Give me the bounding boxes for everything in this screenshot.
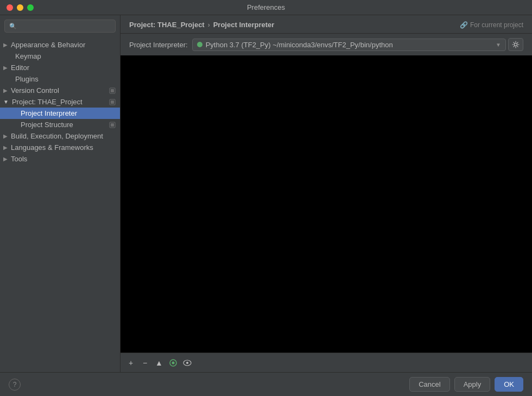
- vcs-icon: [109, 99, 116, 105]
- sidebar-item-label: Languages & Frameworks: [11, 143, 93, 152]
- interpreter-select[interactable]: Python 3.7 (TF2_Py) ~/miniconda3/envs/TF…: [192, 39, 506, 51]
- sidebar-item-label: Appearance & Behavior: [11, 41, 85, 49]
- window-title: Preferences: [247, 3, 285, 11]
- sidebar: 🔍 ▶ Appearance & Behavior Keymap ▶ Edito…: [0, 15, 121, 372]
- sidebar-item-label: Plugins: [15, 75, 39, 83]
- breadcrumb-parent: Project: THAE_Project: [129, 21, 205, 29]
- maximize-button[interactable]: [27, 4, 34, 11]
- for-current-project: 🔗 For current project: [460, 21, 523, 29]
- arrow-icon: ▶: [3, 133, 8, 139]
- question-mark-icon: ?: [13, 381, 17, 388]
- sidebar-item-project-interpreter[interactable]: Project Interpreter: [0, 108, 120, 119]
- sidebar-item-build-execution[interactable]: ▶ Build, Execution, Deployment: [0, 130, 120, 142]
- arrow-icon: ▼: [3, 99, 9, 105]
- interpreter-value: Python 3.7 (TF2_Py) ~/miniconda3/envs/TF…: [206, 41, 490, 49]
- interpreter-row: Project Interpreter: Python 3.7 (TF2_Py)…: [121, 34, 532, 55]
- sidebar-item-label: Editor: [11, 64, 29, 72]
- vcs-icon: [109, 87, 116, 94]
- footer: ? Cancel Apply OK: [0, 372, 532, 396]
- apply-button[interactable]: Apply: [454, 377, 491, 392]
- right-panel: Project: THAE_Project › Project Interpre…: [121, 15, 532, 372]
- help-button[interactable]: ?: [9, 379, 21, 391]
- remove-package-button[interactable]: −: [139, 357, 151, 369]
- breadcrumb-arrow-icon: ›: [208, 21, 210, 29]
- sidebar-item-label: Project Structure: [21, 121, 73, 129]
- sidebar-item-label: Project: THAE_Project: [12, 98, 83, 106]
- sidebar-item-project-thae[interactable]: ▼ Project: THAE_Project: [0, 96, 120, 108]
- sidebar-item-languages[interactable]: ▶ Languages & Frameworks: [0, 142, 120, 153]
- refresh-button[interactable]: [167, 357, 179, 369]
- sidebar-item-label: Build, Execution, Deployment: [11, 132, 103, 140]
- vcs-icon: [109, 122, 116, 128]
- arrow-icon: ▶: [3, 65, 8, 71]
- plus-icon: +: [129, 359, 133, 367]
- interpreter-label: Project Interpreter:: [129, 41, 188, 49]
- sidebar-item-project-structure[interactable]: Project Structure: [0, 119, 120, 130]
- interpreter-select-wrapper: Python 3.7 (TF2_Py) ~/miniconda3/envs/TF…: [192, 38, 523, 51]
- svg-point-8: [172, 361, 175, 364]
- panel-header: Project: THAE_Project › Project Interpre…: [121, 15, 532, 34]
- search-icon: 🔍: [9, 23, 17, 30]
- minus-icon: −: [143, 359, 147, 367]
- packages-toolbar: + − ▲: [121, 353, 532, 372]
- sidebar-item-editor[interactable]: ▶ Editor: [0, 62, 120, 73]
- packages-area: [121, 55, 532, 353]
- ok-button[interactable]: OK: [495, 377, 523, 392]
- for-current-label: For current project: [470, 21, 523, 29]
- up-icon: ▲: [155, 359, 163, 367]
- arrow-icon: ▶: [3, 156, 8, 162]
- svg-rect-3: [111, 100, 114, 104]
- arrow-icon: ▶: [3, 144, 8, 150]
- sidebar-item-version-control[interactable]: ▶ Version Control: [0, 85, 120, 96]
- sidebar-item-label: Tools: [11, 155, 27, 163]
- sidebar-item-label: Version Control: [11, 86, 59, 95]
- arrow-icon: ▶: [3, 87, 8, 93]
- svg-point-6: [515, 43, 517, 46]
- minimize-button[interactable]: [17, 4, 23, 11]
- sidebar-item-tools[interactable]: ▶ Tools: [0, 153, 120, 165]
- interpreter-settings-button[interactable]: [508, 38, 523, 51]
- breadcrumb: Project: THAE_Project › Project Interpre…: [129, 21, 274, 29]
- search-input[interactable]: [19, 22, 111, 30]
- cancel-button[interactable]: Cancel: [409, 377, 449, 392]
- up-button[interactable]: ▲: [153, 357, 165, 369]
- close-button[interactable]: [7, 4, 13, 11]
- svg-point-10: [186, 362, 188, 364]
- nav-tree: ▶ Appearance & Behavior Keymap ▶ Editor …: [0, 37, 120, 167]
- sidebar-item-label: Project Interpreter: [21, 109, 77, 117]
- add-package-button[interactable]: +: [125, 357, 137, 369]
- sidebar-item-keymap[interactable]: Keymap: [0, 51, 120, 62]
- titlebar: Preferences: [0, 0, 532, 15]
- svg-rect-5: [111, 123, 114, 127]
- status-dot: [197, 42, 202, 47]
- arrow-icon: ▶: [3, 42, 8, 48]
- sidebar-item-appearance[interactable]: ▶ Appearance & Behavior: [0, 39, 120, 51]
- sidebar-item-label: Keymap: [15, 52, 41, 60]
- chevron-down-icon: ▼: [496, 42, 501, 48]
- search-box[interactable]: 🔍: [4, 20, 116, 33]
- sidebar-item-plugins[interactable]: Plugins: [0, 73, 120, 85]
- window-controls: [7, 4, 34, 11]
- svg-rect-1: [111, 89, 114, 92]
- main-content: 🔍 ▶ Appearance & Behavior Keymap ▶ Edito…: [0, 15, 532, 372]
- link-icon: 🔗: [460, 21, 468, 29]
- breadcrumb-current: Project Interpreter: [213, 21, 275, 29]
- footer-actions: Cancel Apply OK: [409, 377, 523, 392]
- eye-button[interactable]: [181, 357, 193, 369]
